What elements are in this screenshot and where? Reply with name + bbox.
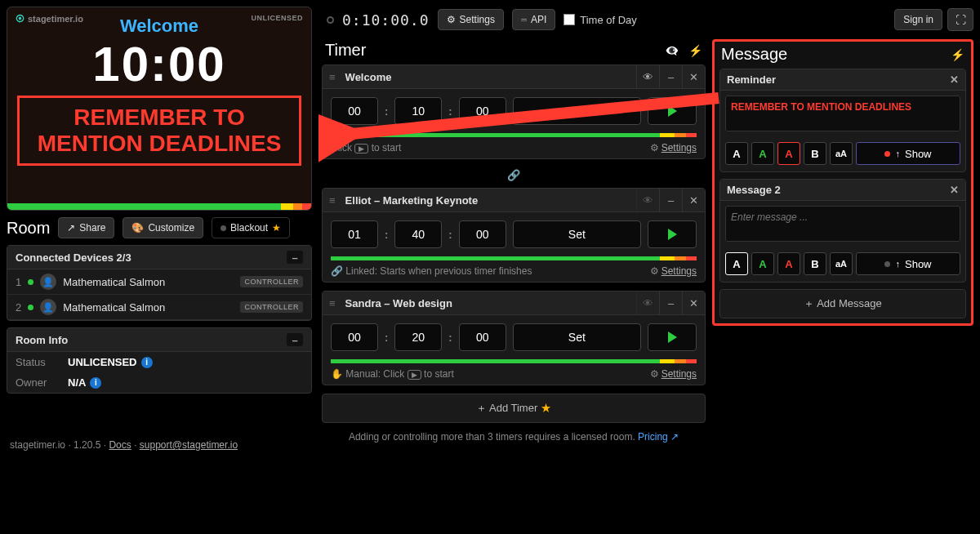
color-white-button[interactable]: A [725, 142, 748, 165]
drag-handle-icon[interactable]: ≡ [323, 71, 342, 83]
pricing-link[interactable]: Pricing ↗ [638, 431, 679, 443]
timer-settings-link[interactable]: ⚙Settings [650, 142, 697, 154]
add-message-button[interactable]: ＋ Add Message [719, 289, 966, 318]
star-icon: ★ [272, 222, 281, 234]
room-title: Room [7, 219, 50, 238]
case-button[interactable]: aA [830, 252, 853, 275]
minutes-input[interactable] [394, 323, 442, 351]
dot-icon [220, 225, 226, 231]
set-button[interactable]: Set [513, 323, 641, 351]
color-green-button[interactable]: A [751, 142, 774, 165]
collapse-button[interactable]: – [287, 333, 303, 346]
message-card: Reminder✕ A A A B aA ↑Show [719, 69, 966, 172]
close-button[interactable]: ✕ [682, 65, 705, 88]
device-name: Mathematical Salmon [63, 276, 165, 288]
license-badge: UNLICENSED [251, 14, 303, 22]
device-name: Mathematical Salmon [63, 301, 165, 314]
api-button[interactable]: ⎓API [512, 9, 555, 30]
timer-title[interactable]: Elliot – Marketing Keynote [342, 189, 636, 211]
star-icon: ★ [541, 402, 551, 414]
share-button[interactable]: ↗ Share [58, 217, 114, 238]
set-button[interactable]: Set [513, 97, 641, 125]
timer-settings-link[interactable]: ⚙Settings [650, 368, 697, 380]
play-icon [668, 332, 677, 343]
timer-card: ≡ Elliot – Marketing Keynote 👁 – ✕ : : [322, 188, 706, 283]
blackout-button[interactable]: Blackout ★ [212, 217, 290, 238]
role-badge: CONTROLLER [240, 301, 303, 313]
preview-panel: stagetimer.io UNLICENSED Welcome 10:00 R… [7, 7, 312, 211]
close-button[interactable]: ✕ [950, 73, 959, 86]
fullscreen-button[interactable]: ⛶ [947, 8, 973, 31]
seconds-input[interactable] [459, 220, 506, 248]
eye-icon[interactable]: 👁 [636, 65, 659, 88]
minimize-button[interactable]: – [659, 189, 682, 211]
info-icon[interactable]: i [141, 357, 153, 368]
show-button[interactable]: ↑Show [856, 142, 960, 165]
close-button[interactable]: ✕ [950, 184, 959, 196]
add-timer-button[interactable]: ＋ Add Timer ★ [322, 394, 706, 423]
bold-button[interactable]: B [804, 142, 826, 165]
preview-message-box: REMEMBER TO MENTION DEADLINES [17, 96, 301, 166]
preview-message: REMEMBER TO MENTION DEADLINES [33, 105, 286, 157]
message-title[interactable]: Message 2 [727, 184, 781, 196]
timer-hint: Click ▶ to start [331, 142, 401, 154]
play-button[interactable] [648, 97, 697, 125]
close-button[interactable]: ✕ [682, 291, 705, 314]
drag-handle-icon[interactable]: ≡ [323, 297, 342, 309]
link-icon: 🔗 [322, 167, 706, 188]
message-title[interactable]: Reminder [727, 73, 776, 86]
minutes-input[interactable] [394, 220, 442, 248]
seconds-input[interactable] [459, 323, 506, 351]
eye-off-icon[interactable]: 👁‍🗨 [665, 44, 679, 57]
live-dot-icon [884, 261, 890, 267]
minutes-input[interactable] [394, 97, 442, 125]
seconds-input[interactable] [459, 97, 506, 125]
message-panel: Message ⚡ Reminder✕ A A A B aA ↑Show [712, 39, 973, 326]
live-dot-icon [884, 151, 890, 157]
minimize-button[interactable]: – [659, 65, 682, 88]
gear-icon: ⚙ [650, 265, 659, 277]
flash-icon[interactable]: ⚡ [951, 48, 964, 61]
collapse-button[interactable]: – [287, 251, 303, 264]
hours-input[interactable] [331, 220, 378, 248]
arrow-up-icon: ↑ [895, 259, 900, 269]
support-link[interactable]: support@stagetimer.io [140, 439, 238, 451]
play-mini-icon: ▶ [354, 144, 368, 154]
color-red-button[interactable]: A [777, 142, 800, 165]
timer-title[interactable]: Sandra – Web design [342, 292, 636, 314]
timer-settings-link[interactable]: ⚙Settings [650, 265, 697, 277]
timer-title[interactable]: Welcome [342, 66, 636, 88]
hours-input[interactable] [331, 323, 378, 351]
case-button[interactable]: aA [830, 142, 853, 165]
plug-icon: ⎓ [521, 14, 527, 25]
time-of-day-toggle[interactable]: Time of Day [564, 14, 637, 26]
settings-button[interactable]: ⚙Settings [438, 9, 504, 30]
device-row: 1 👤 Mathematical Salmon CONTROLLER [7, 269, 311, 295]
bold-button[interactable]: B [804, 252, 826, 275]
color-green-button[interactable]: A [751, 252, 774, 275]
set-button[interactable]: Set [513, 220, 641, 248]
customize-button[interactable]: 🎨 Customize [122, 217, 203, 238]
eye-off-icon[interactable]: 👁 [636, 291, 659, 314]
gear-icon: ⚙ [447, 14, 456, 25]
color-white-button[interactable]: A [725, 252, 748, 275]
minimize-button[interactable]: – [659, 291, 682, 314]
link-icon: 🔗 [331, 265, 343, 277]
close-button[interactable]: ✕ [682, 189, 705, 211]
message-textarea[interactable] [725, 96, 960, 131]
color-red-button[interactable]: A [777, 252, 800, 275]
show-button[interactable]: ↑Show [856, 252, 960, 275]
play-button[interactable] [648, 323, 697, 351]
sign-in-button[interactable]: Sign in [894, 9, 942, 30]
message-textarea[interactable] [725, 206, 960, 242]
checkbox-icon [564, 14, 575, 25]
eye-off-icon[interactable]: 👁 [636, 189, 659, 211]
message-card: Message 2✕ A A A B aA ↑Show [719, 179, 966, 283]
hours-input[interactable] [331, 97, 378, 125]
docs-link[interactable]: Docs [109, 439, 131, 451]
flash-icon[interactable]: ⚡ [688, 44, 702, 57]
info-icon[interactable]: i [90, 377, 101, 389]
play-button[interactable] [648, 220, 697, 248]
brand-logo: stagetimer.io [16, 14, 83, 24]
drag-handle-icon[interactable]: ≡ [323, 194, 342, 207]
